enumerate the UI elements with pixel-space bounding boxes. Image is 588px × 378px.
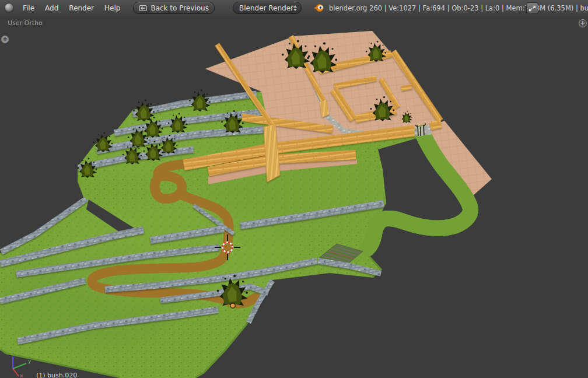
object-origin-dot xyxy=(230,303,235,308)
toolshelf-expand-icon[interactable]: + xyxy=(1,36,9,43)
properties-expand-icon[interactable]: + xyxy=(579,19,587,27)
menu-add[interactable]: Add xyxy=(40,4,64,12)
dropdown-arrows-icon xyxy=(293,5,297,11)
blender-logo-icon xyxy=(313,4,324,12)
maximize-editor-button[interactable] xyxy=(526,2,538,14)
axis-y-label: y xyxy=(28,358,32,364)
menu-render[interactable]: Render xyxy=(64,4,99,12)
top-header-bar: File Add Render Help Back to Previous Bl… xyxy=(0,0,588,16)
scene-stats-text: blender.org 260 | Ve:1027 | Fa:694 | Ob:… xyxy=(329,4,588,12)
blender-window: { "header": { "editor_menus": [ {"label"… xyxy=(0,0,588,378)
back-to-previous-label: Back to Previous xyxy=(150,4,209,12)
render-engine-dropdown[interactable]: Blender Render xyxy=(233,2,302,14)
editor-type-icon[interactable] xyxy=(5,4,13,12)
expand-arrows-icon xyxy=(528,5,536,12)
frame-object-label: (1) bush.020 xyxy=(36,372,77,378)
menu-file[interactable]: File xyxy=(18,4,40,12)
viewport-3d-view[interactable] xyxy=(0,0,588,378)
menu-help[interactable]: Help xyxy=(99,4,125,12)
axis-x-label: x xyxy=(20,373,23,378)
mini-axis-gizmo: z y x xyxy=(0,347,41,378)
back-to-previous-button[interactable]: Back to Previous xyxy=(133,2,215,14)
render-engine-value: Blender Render xyxy=(239,4,293,12)
back-arrow-icon xyxy=(139,5,147,12)
axis-z-label: z xyxy=(10,350,13,356)
view-orientation-label: User Ortho xyxy=(8,19,43,27)
